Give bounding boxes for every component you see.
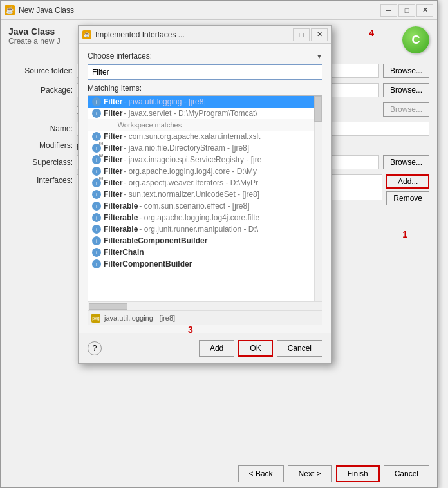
dialog-footer: ? Add OK Cancel — [79, 333, 331, 363]
source-folder-browse-button[interactable]: Browse... — [383, 64, 429, 78]
footer-left: ? — [88, 341, 102, 355]
item-primary-text: Filter — [104, 132, 122, 141]
back-button[interactable]: < Back — [238, 465, 284, 482]
item-interface-icon: i — [92, 155, 101, 164]
outer-minimize-button[interactable]: ─ — [380, 4, 397, 17]
outer-cancel-button[interactable]: Cancel — [384, 465, 429, 482]
item-primary-text: Filterable — [104, 225, 138, 234]
outer-titlebar-left: ☕ New Java Class — [5, 5, 74, 15]
item-primary-text: Filter — [104, 190, 122, 199]
item-interface-icon: i — [92, 109, 101, 118]
outer-titlebar: ☕ New Java Class ─ □ ✕ — [1, 1, 437, 20]
status-text: java.util.logging - [jre8] — [104, 314, 175, 322]
horizontal-scrollbar[interactable] — [88, 301, 322, 310]
help-button[interactable]: ? — [88, 341, 102, 355]
modifiers-label: Modifiers: — [8, 141, 73, 150]
status-package-icon: pkg — [91, 314, 100, 323]
source-folder-label: Source folder: — [8, 66, 73, 75]
enclosing-browse-button[interactable]: Browse... — [383, 102, 429, 117]
item-interface-icon: i — [92, 178, 101, 187]
dialog-titlebar: ☕ Implemented Interfaces ... □ ✕ — [79, 26, 331, 44]
list-item[interactable]: iFilterable - com.sun.scenario.effect - … — [88, 200, 322, 212]
list-item[interactable]: iFilterChain — [88, 247, 322, 258]
finish-button[interactable]: Finish — [336, 465, 380, 482]
item-primary-text: Filter — [104, 155, 122, 164]
list-item[interactable]: iFilter - java.util.logging - [jre8] — [88, 96, 322, 108]
outer-bottom-bar: < Back Next > Finish Cancel — [1, 460, 437, 487]
interfaces-buttons: Add... Remove — [386, 174, 429, 205]
superclass-browse-button[interactable]: Browse... — [383, 155, 429, 169]
annotation-1: 1 — [402, 229, 407, 239]
dialog-close-button[interactable]: ✕ — [311, 28, 328, 41]
interfaces-label: Interfaces: — [8, 174, 73, 185]
item-secondary-text: - sun.text.normalizer.UnicodeSet - [jre8… — [124, 190, 259, 199]
annotation-3: 3 — [188, 324, 193, 335]
item-primary-text: Filterable — [104, 213, 138, 222]
item-secondary-text: - org.apache.logging.log4j.core - D:\My — [124, 167, 257, 176]
dialog-titlebar-left: ☕ Implemented Interfaces ... — [82, 30, 185, 39]
outer-window: ☕ New Java Class ─ □ ✕ Java Class Create… — [0, 0, 438, 488]
list-item[interactable]: iFilter - org.apache.logging.log4j.core … — [88, 165, 322, 177]
remove-interface-button[interactable]: Remove — [386, 191, 429, 205]
dialog-controls: □ ✕ — [293, 28, 328, 41]
package-label: Package: — [8, 86, 73, 95]
item-secondary-text: - javax.imageio.spi.ServiceRegistry - [j… — [124, 155, 261, 164]
item-primary-text: Filter — [104, 97, 122, 106]
outer-window-title: New Java Class — [19, 6, 74, 15]
outer-subtitle: Create a new J — [8, 37, 61, 46]
item-interface-icon: i — [92, 97, 101, 106]
scrollbar-thumb[interactable] — [314, 96, 322, 122]
item-secondary-text: - com.sun.org.apache.xalan.internal.xslt — [124, 132, 260, 141]
list-item[interactable]: iFilter - javax.imageio.spi.ServiceRegis… — [88, 154, 322, 165]
item-interface-icon: i — [92, 167, 101, 176]
filter-search-input[interactable] — [88, 64, 322, 80]
outer-header-left: Java Class Create a new J — [8, 26, 61, 53]
name-label: Name: — [8, 124, 73, 133]
dialog-cancel-button[interactable]: Cancel — [277, 340, 322, 357]
package-browse-button[interactable]: Browse... — [383, 83, 429, 97]
item-primary-text: Filter — [104, 144, 122, 153]
dialog-add-button[interactable]: Add — [199, 340, 234, 357]
outer-maximize-button[interactable]: □ — [398, 4, 415, 17]
annotation-4: 4 — [369, 28, 374, 38]
item-secondary-text: - java.util.logging - [jre8] — [124, 97, 205, 106]
item-primary-text: FilterComponentBuilder — [104, 259, 192, 268]
item-interface-icon: i — [92, 202, 101, 211]
item-interface-icon: i — [92, 132, 101, 141]
vertical-scrollbar[interactable] — [314, 96, 322, 301]
dialog-maximize-button[interactable]: □ — [293, 28, 310, 41]
item-primary-text: Filter — [104, 109, 122, 118]
list-item[interactable]: iFilter - sun.text.normalizer.UnicodeSet… — [88, 189, 322, 200]
list-item[interactable]: iFilterComponentBuilder — [88, 258, 322, 270]
item-secondary-text: - com.sun.scenario.effect - [jre8] — [139, 202, 249, 211]
footer-right: Add OK Cancel — [199, 340, 322, 357]
item-interface-icon: i — [92, 225, 101, 234]
choose-interfaces-label: Choose interfaces: ▼ — [88, 52, 322, 61]
dialog-ok-button[interactable]: OK — [238, 340, 272, 357]
item-primary-text: FilterableComponentBuilder — [104, 236, 207, 245]
item-interface-icon: i — [92, 236, 101, 245]
item-primary-text: Filterable — [104, 202, 138, 211]
item-interface-icon: i — [92, 248, 101, 257]
h-scroll-thumb[interactable] — [89, 303, 127, 310]
list-item[interactable]: iFilter - javax.servlet - D:\MyProgram\T… — [88, 108, 322, 119]
eclipse-logo: C — [402, 26, 429, 53]
list-item[interactable]: iFilter - java.nio.file.DirectoryStream … — [88, 142, 322, 154]
next-button[interactable]: Next > — [288, 465, 332, 482]
item-interface-icon: i — [92, 190, 101, 199]
item-secondary-text: - org.apache.logging.log4j.core.filte — [139, 213, 259, 222]
add-interface-button[interactable]: Add... — [386, 174, 429, 189]
list-item[interactable]: iFilterable - org.apache.logging.log4j.c… — [88, 212, 322, 223]
item-primary-text: FilterChain — [104, 248, 144, 257]
list-item[interactable]: iFilterableComponentBuilder — [88, 235, 322, 247]
dropdown-arrow-icon: ▼ — [316, 53, 322, 60]
list-item[interactable]: iFilter - com.sun.org.apache.xalan.inter… — [88, 131, 322, 142]
matching-items-list[interactable]: iFilter - java.util.logging - [jre8]iFil… — [88, 95, 322, 301]
item-primary-text: Filter — [104, 167, 122, 176]
outer-close-button[interactable]: ✕ — [416, 4, 433, 17]
implemented-interfaces-dialog: ☕ Implemented Interfaces ... □ ✕ Choose … — [78, 25, 332, 364]
list-item[interactable]: iFilter - org.aspectj.weaver.Iterators -… — [88, 177, 322, 189]
list-item[interactable]: iFilterable - org.junit.runner.manipulat… — [88, 223, 322, 235]
item-interface-icon: i — [92, 259, 101, 268]
dialog-body: Choose interfaces: ▼ Matching items: iFi… — [79, 44, 331, 333]
